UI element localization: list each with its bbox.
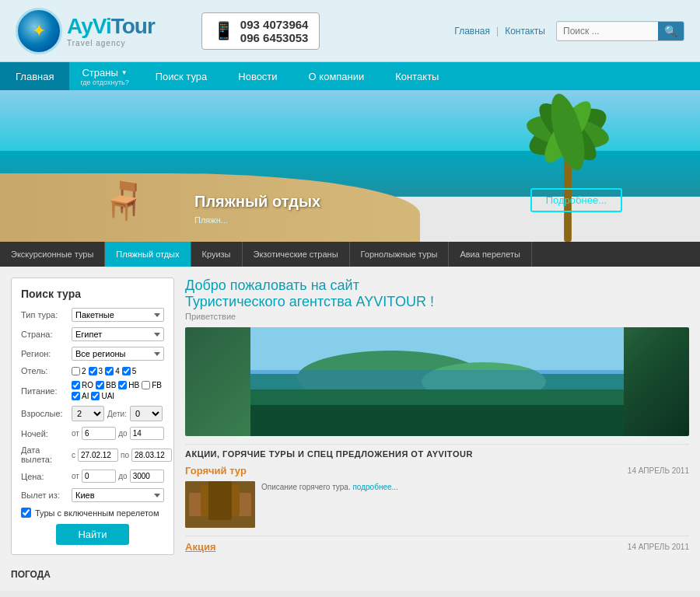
phone-numbers: 093 4073964 096 6453053 <box>240 18 309 44</box>
palm-tree-icon <box>498 90 638 242</box>
date-from-input[interactable] <box>78 449 118 462</box>
header-right: Главная | Контакты 🔍 <box>454 21 684 41</box>
meal-bb-input[interactable] <box>96 381 104 389</box>
children-select[interactable]: 012 <box>130 406 163 421</box>
logo-text: AyViTour Travel agency <box>67 14 155 47</box>
nav-link-contacts[interactable]: Контакты <box>505 26 545 37</box>
star-2-check[interactable]: 2 <box>72 367 86 375</box>
meal-bb[interactable]: BB <box>96 381 116 389</box>
star-5-input[interactable] <box>122 367 131 375</box>
adults-row: Взрослые: 2134 Дети: 012 <box>21 406 164 421</box>
meal-uai-input[interactable] <box>91 392 100 400</box>
greeting-label: Приветствие <box>185 312 689 321</box>
price-from-input[interactable] <box>82 470 116 483</box>
region-select[interactable]: Все регионы <box>72 347 164 361</box>
tour-type-row: Тип тура: Пакетные <box>21 308 164 322</box>
cat-tab-cruises[interactable]: Круизы <box>191 242 243 267</box>
nav-item-about[interactable]: О компании <box>293 62 380 90</box>
logo: ✦ AyViTour Travel agency <box>16 8 155 54</box>
tour-type-label: Тип тура: <box>21 310 72 319</box>
price-group: от до <box>72 470 164 483</box>
cat-tab-beach[interactable]: Пляжный отдых <box>105 242 191 267</box>
cat-tab-excursion[interactable]: Экскурсионные туры <box>0 242 105 267</box>
nights-group: от до <box>72 427 164 440</box>
star-2-input[interactable] <box>72 367 80 375</box>
tour-type-select[interactable]: Пакетные <box>72 308 164 322</box>
weather-section: ПОГОДА <box>11 564 174 580</box>
meal-row: Питание: RO BB HB FB AI UAI <box>21 381 164 400</box>
star-4-input[interactable] <box>105 367 114 375</box>
nav-item-search[interactable]: Поиск тура <box>140 62 223 90</box>
phone-icon: 📱 <box>213 21 234 41</box>
star-5-check[interactable]: 5 <box>122 367 137 375</box>
meal-ro[interactable]: RO <box>72 381 93 389</box>
search-panel-title: Поиск тура <box>21 288 164 300</box>
star-3-input[interactable] <box>89 367 97 375</box>
adults-select[interactable]: 2134 <box>72 406 104 421</box>
meal-hb-input[interactable] <box>118 381 127 389</box>
depart-select[interactable]: Киев <box>72 488 164 502</box>
meal-uai[interactable]: UAI <box>91 392 114 400</box>
cat-tab-exotic[interactable]: Экзотические страны <box>243 242 350 267</box>
logo-sun-icon: ✦ <box>32 21 46 41</box>
meal-hb[interactable]: HB <box>118 381 139 389</box>
country-row: Страна: Египет <box>21 327 164 341</box>
meal-ro-input[interactable] <box>72 381 80 389</box>
nights-from-input[interactable] <box>82 427 116 440</box>
price-to-input[interactable] <box>130 470 164 483</box>
hot-tour-date: 14 АПРЕЛЬ 2011 <box>628 466 689 475</box>
meal-ai-input[interactable] <box>72 392 80 400</box>
nav-item-countries[interactable]: Страны ▼ где отдохнуть? <box>69 62 139 90</box>
hot-tour-image <box>185 481 255 528</box>
content-image <box>185 327 689 436</box>
logo-sub: Travel agency <box>67 39 155 47</box>
with-flight-label[interactable]: Туры с включенным перелетом <box>21 508 164 518</box>
meal-fb[interactable]: FB <box>142 381 162 389</box>
action-title[interactable]: Акция <box>185 541 215 553</box>
date-row: Дата вылета: с по <box>21 445 164 464</box>
date-label: Дата вылета: <box>21 445 72 464</box>
nav-link-home[interactable]: Главная <box>454 26 490 37</box>
hot-tour-desc: Описание горячего тура. подробнее... <box>261 483 398 491</box>
star-3-check[interactable]: 3 <box>89 367 103 375</box>
hero-title: Пляжный отдых <box>194 193 320 211</box>
adults-group: 2134 Дети: 012 <box>72 406 164 421</box>
read-more-link[interactable]: подробнее... <box>352 483 397 491</box>
sidebar: Поиск тура Тип тура: Пакетные Страна: Ег… <box>11 278 174 580</box>
nights-row: Ночей: от до <box>21 427 164 440</box>
search-button[interactable]: 🔍 <box>658 22 684 40</box>
phone1: 093 4073964 <box>240 18 309 31</box>
hero-banner: 🪑 Пляжный отдых Пляжн... Подробнее... <box>0 90 700 242</box>
country-label: Страна: <box>21 330 72 339</box>
nav-item-news[interactable]: Новости <box>222 62 292 90</box>
region-label: Регион: <box>21 349 72 358</box>
content-area: Добро пожаловать на сайт Туристического … <box>185 278 689 580</box>
date-to-input[interactable] <box>131 449 172 462</box>
phone2: 096 6453053 <box>240 31 309 44</box>
nav-item-home[interactable]: Главная <box>0 62 69 90</box>
depart-label: Вылет из: <box>21 491 72 500</box>
children-label: Дети: <box>107 410 127 418</box>
hot-tour-item: Горячий тур 14 АПРЕЛЬ 2011 Описание горя… <box>185 465 689 528</box>
search-input[interactable] <box>557 23 658 40</box>
section-divider <box>185 444 689 445</box>
with-flight-checkbox[interactable] <box>21 508 31 518</box>
hero-subtitle: Пляжн... <box>194 215 228 225</box>
meal-ai[interactable]: AI <box>72 392 89 400</box>
find-button[interactable]: Найти <box>56 524 128 545</box>
cat-tab-flights[interactable]: Авиа перелеты <box>449 242 532 267</box>
meal-fb-input[interactable] <box>142 381 150 389</box>
nights-to-input[interactable] <box>130 427 164 440</box>
nav-item-contacts[interactable]: Контакты <box>380 62 454 90</box>
country-select[interactable]: Египет <box>72 327 164 341</box>
beach-chair-icon: 🪑 <box>101 179 148 222</box>
section-heading: АКЦИИ, ГОРЯЧИЕ ТУРЫ И СПЕЦ ПРЕДЛОЖЕНИЯ О… <box>185 449 689 459</box>
hero-more-button[interactable]: Подробнее... <box>530 188 622 212</box>
cat-tab-ski[interactable]: Горнолыжные туры <box>350 242 450 267</box>
header-links: Главная | Контакты <box>454 26 545 37</box>
action-date: 14 АПРЕЛЬ 2011 <box>628 543 689 551</box>
star-4-check[interactable]: 4 <box>105 367 120 375</box>
logo-globe: ✦ <box>16 8 62 54</box>
hot-tour-title[interactable]: Горячий тур <box>185 465 247 477</box>
meal-label: Питание: <box>21 386 72 396</box>
